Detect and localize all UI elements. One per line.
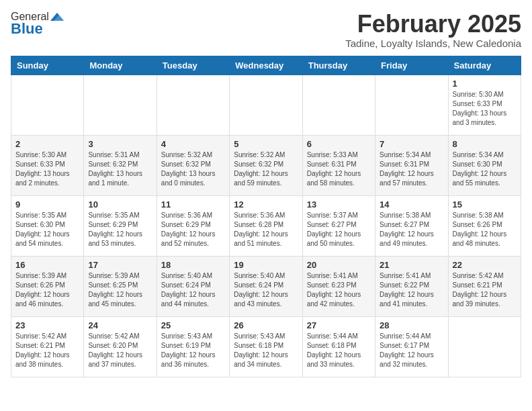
day-info: Sunrise: 5:39 AMSunset: 6:26 PMDaylight:… <box>15 271 79 309</box>
calendar-cell: 26Sunrise: 5:43 AMSunset: 6:18 PMDayligh… <box>230 316 302 377</box>
calendar-cell: 13Sunrise: 5:37 AMSunset: 6:27 PMDayligh… <box>302 195 375 256</box>
day-info: Sunrise: 5:42 AMSunset: 6:21 PMDaylight:… <box>453 271 517 309</box>
day-number: 15 <box>453 199 517 210</box>
day-number: 11 <box>161 199 225 210</box>
calendar-cell: 16Sunrise: 5:39 AMSunset: 6:26 PMDayligh… <box>11 256 84 316</box>
day-number: 12 <box>234 199 298 210</box>
calendar-cell: 6Sunrise: 5:33 AMSunset: 6:31 PMDaylight… <box>302 135 375 195</box>
day-number: 2 <box>15 139 79 149</box>
day-info: Sunrise: 5:44 AMSunset: 6:18 PMDaylight:… <box>307 332 371 369</box>
calendar-table: SundayMondayTuesdayWednesdayThursdayFrid… <box>11 56 521 377</box>
day-info: Sunrise: 5:40 AMSunset: 6:24 PMDaylight:… <box>161 271 225 309</box>
calendar-cell: 5Sunrise: 5:32 AMSunset: 6:32 PMDaylight… <box>230 135 302 195</box>
day-info: Sunrise: 5:39 AMSunset: 6:25 PMDaylight:… <box>88 271 152 309</box>
day-info: Sunrise: 5:35 AMSunset: 6:29 PMDaylight:… <box>88 211 152 248</box>
day-info: Sunrise: 5:36 AMSunset: 6:28 PMDaylight:… <box>234 211 298 248</box>
day-number: 18 <box>161 260 225 270</box>
location-title: Tadine, Loyalty Islands, New Caledonia <box>345 38 521 49</box>
day-number: 17 <box>88 260 152 270</box>
day-info: Sunrise: 5:38 AMSunset: 6:26 PMDaylight:… <box>453 211 517 248</box>
day-info: Sunrise: 5:30 AMSunset: 6:33 PMDaylight:… <box>453 90 517 128</box>
day-info: Sunrise: 5:35 AMSunset: 6:30 PMDaylight:… <box>15 211 79 248</box>
calendar-cell: 20Sunrise: 5:41 AMSunset: 6:23 PMDayligh… <box>302 256 375 316</box>
day-info: Sunrise: 5:42 AMSunset: 6:21 PMDaylight:… <box>15 332 79 369</box>
logo-icon <box>50 11 64 22</box>
calendar-cell: 21Sunrise: 5:41 AMSunset: 6:22 PMDayligh… <box>375 256 448 316</box>
calendar-cell: 10Sunrise: 5:35 AMSunset: 6:29 PMDayligh… <box>84 195 157 256</box>
weekday-header-sunday: Sunday <box>11 56 84 75</box>
day-number: 23 <box>15 320 79 330</box>
day-number: 26 <box>234 320 298 330</box>
calendar-cell: 14Sunrise: 5:38 AMSunset: 6:27 PMDayligh… <box>375 195 448 256</box>
logo-blue-text: Blue <box>11 20 43 38</box>
day-info: Sunrise: 5:37 AMSunset: 6:27 PMDaylight:… <box>307 211 371 248</box>
calendar-cell: 17Sunrise: 5:39 AMSunset: 6:25 PMDayligh… <box>84 256 157 316</box>
day-info: Sunrise: 5:40 AMSunset: 6:24 PMDaylight:… <box>234 271 298 309</box>
day-info: Sunrise: 5:34 AMSunset: 6:30 PMDaylight:… <box>453 150 517 188</box>
calendar-cell <box>375 75 448 135</box>
week-row-5: 23Sunrise: 5:42 AMSunset: 6:21 PMDayligh… <box>11 316 521 377</box>
day-info: Sunrise: 5:43 AMSunset: 6:19 PMDaylight:… <box>161 332 225 369</box>
calendar-cell: 27Sunrise: 5:44 AMSunset: 6:18 PMDayligh… <box>302 316 375 377</box>
day-info: Sunrise: 5:32 AMSunset: 6:32 PMDaylight:… <box>234 150 298 188</box>
day-info: Sunrise: 5:34 AMSunset: 6:31 PMDaylight:… <box>380 150 443 188</box>
logo: General Blue <box>11 11 64 38</box>
day-number: 25 <box>161 320 225 330</box>
weekday-header-friday: Friday <box>375 56 448 75</box>
weekday-header-saturday: Saturday <box>448 56 521 75</box>
weekday-header-row: SundayMondayTuesdayWednesdayThursdayFrid… <box>11 56 521 75</box>
calendar-cell: 3Sunrise: 5:31 AMSunset: 6:32 PMDaylight… <box>84 135 157 195</box>
day-number: 6 <box>307 139 371 149</box>
calendar-cell: 18Sunrise: 5:40 AMSunset: 6:24 PMDayligh… <box>157 256 229 316</box>
title-block: February 2025 Tadine, Loyalty Islands, N… <box>345 11 521 49</box>
calendar-cell: 23Sunrise: 5:42 AMSunset: 6:21 PMDayligh… <box>11 316 84 377</box>
day-info: Sunrise: 5:41 AMSunset: 6:23 PMDaylight:… <box>307 271 371 309</box>
calendar-cell: 11Sunrise: 5:36 AMSunset: 6:29 PMDayligh… <box>157 195 229 256</box>
week-row-3: 9Sunrise: 5:35 AMSunset: 6:30 PMDaylight… <box>11 195 521 256</box>
day-number: 10 <box>88 199 152 210</box>
week-row-2: 2Sunrise: 5:30 AMSunset: 6:33 PMDaylight… <box>11 135 521 195</box>
calendar-cell <box>11 75 84 135</box>
day-number: 8 <box>453 139 517 149</box>
day-number: 4 <box>161 139 225 149</box>
day-info: Sunrise: 5:42 AMSunset: 6:20 PMDaylight:… <box>88 332 152 369</box>
month-title: February 2025 <box>345 11 521 38</box>
day-number: 16 <box>15 260 79 270</box>
weekday-header-tuesday: Tuesday <box>157 56 229 75</box>
day-info: Sunrise: 5:41 AMSunset: 6:22 PMDaylight:… <box>380 271 443 309</box>
calendar-cell <box>84 75 157 135</box>
day-info: Sunrise: 5:31 AMSunset: 6:32 PMDaylight:… <box>88 150 152 188</box>
day-info: Sunrise: 5:36 AMSunset: 6:29 PMDaylight:… <box>161 211 225 248</box>
calendar-cell <box>230 75 302 135</box>
calendar-cell <box>448 316 521 377</box>
day-number: 24 <box>88 320 152 330</box>
day-number: 21 <box>380 260 443 270</box>
day-number: 20 <box>307 260 371 270</box>
day-number: 7 <box>380 139 443 149</box>
day-number: 14 <box>380 199 443 210</box>
calendar-cell: 7Sunrise: 5:34 AMSunset: 6:31 PMDaylight… <box>375 135 448 195</box>
calendar-cell: 4Sunrise: 5:32 AMSunset: 6:32 PMDaylight… <box>157 135 229 195</box>
day-info: Sunrise: 5:33 AMSunset: 6:31 PMDaylight:… <box>307 150 371 188</box>
calendar-cell <box>157 75 229 135</box>
day-number: 27 <box>307 320 371 330</box>
calendar-cell: 24Sunrise: 5:42 AMSunset: 6:20 PMDayligh… <box>84 316 157 377</box>
day-info: Sunrise: 5:32 AMSunset: 6:32 PMDaylight:… <box>161 150 225 188</box>
day-number: 9 <box>15 199 79 210</box>
week-row-1: 1Sunrise: 5:30 AMSunset: 6:33 PMDaylight… <box>11 75 521 135</box>
calendar-cell: 28Sunrise: 5:44 AMSunset: 6:17 PMDayligh… <box>375 316 448 377</box>
day-info: Sunrise: 5:38 AMSunset: 6:27 PMDaylight:… <box>380 211 443 248</box>
page-header: General Blue February 2025 Tadine, Loyal… <box>11 11 521 49</box>
day-number: 1 <box>453 79 517 89</box>
weekday-header-wednesday: Wednesday <box>230 56 302 75</box>
day-number: 19 <box>234 260 298 270</box>
calendar-cell <box>302 75 375 135</box>
day-number: 5 <box>234 139 298 149</box>
weekday-header-monday: Monday <box>84 56 157 75</box>
calendar-cell: 15Sunrise: 5:38 AMSunset: 6:26 PMDayligh… <box>448 195 521 256</box>
calendar-cell: 9Sunrise: 5:35 AMSunset: 6:30 PMDaylight… <box>11 195 84 256</box>
calendar-cell: 19Sunrise: 5:40 AMSunset: 6:24 PMDayligh… <box>230 256 302 316</box>
calendar-cell: 12Sunrise: 5:36 AMSunset: 6:28 PMDayligh… <box>230 195 302 256</box>
calendar-cell: 22Sunrise: 5:42 AMSunset: 6:21 PMDayligh… <box>448 256 521 316</box>
day-number: 22 <box>453 260 517 270</box>
